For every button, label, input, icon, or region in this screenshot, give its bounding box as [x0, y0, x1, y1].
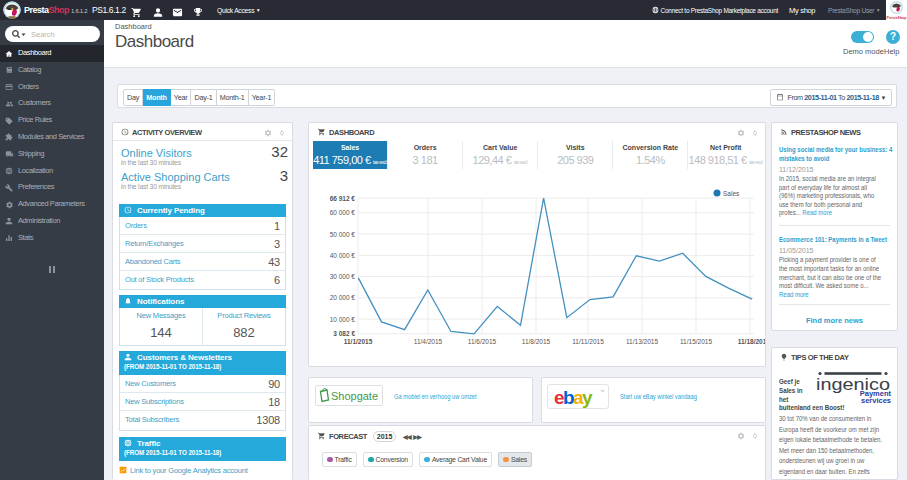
svg-text:10 000 €: 10 000 € [330, 316, 356, 323]
svg-text:60 000 €: 60 000 € [330, 209, 356, 216]
svg-text:11/18/201: 11/18/201 [738, 338, 765, 345]
svg-text:50 000 €: 50 000 € [330, 231, 356, 238]
svg-text:11/8/2015: 11/8/2015 [522, 338, 551, 345]
svg-text:66 912 €: 66 912 € [330, 195, 356, 202]
svg-text:40 000 €: 40 000 € [330, 252, 356, 259]
svg-text:11/11/2015: 11/11/2015 [572, 338, 604, 345]
svg-text:3 082 €: 3 082 € [333, 330, 355, 337]
svg-text:ebay: ebay [554, 387, 593, 408]
svg-text:11/1/2015: 11/1/2015 [344, 338, 373, 345]
svg-text:Shopgate: Shopgate [331, 390, 378, 402]
svg-text:20 000 €: 20 000 € [330, 294, 356, 301]
svg-text:PrestaShop: PrestaShop [887, 16, 907, 20]
svg-text:11/13/2015: 11/13/2015 [626, 338, 658, 345]
svg-text:11/6/2015: 11/6/2015 [468, 338, 497, 345]
svg-text:™: ™ [600, 389, 605, 394]
svg-text:Sales: Sales [723, 190, 740, 197]
svg-text:30 000 €: 30 000 € [330, 273, 356, 280]
svg-text:11/15/2015: 11/15/2015 [680, 338, 712, 345]
svg-text:11/4/2015: 11/4/2015 [414, 338, 443, 345]
